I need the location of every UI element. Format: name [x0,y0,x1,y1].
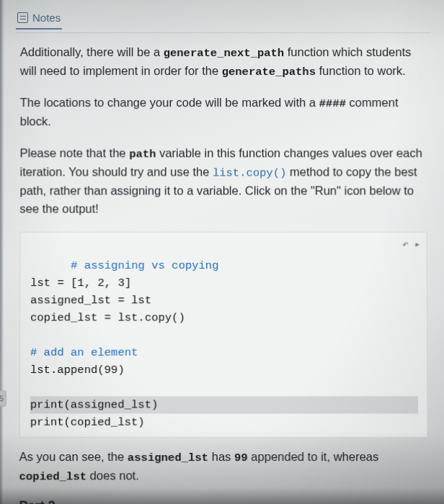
code-var-copied-lst: copied_lst [19,470,87,483]
code-line: lst = [1, 2, 3] [30,276,131,289]
notes-icon [17,12,28,23]
side-handle-label: 5 [0,394,4,402]
code-line-highlight: print(assigned_lst) [30,396,418,413]
code-fn-generate-next-path: generate_next_path [164,47,285,60]
heading-part-2: Part 2 [19,499,427,504]
tab-notes[interactable]: Notes [16,10,62,30]
paragraph-3: Please note that the path variable in th… [19,144,427,219]
tab-row: Notes [16,10,431,33]
code-line: print(copied_lst) [30,415,145,428]
code-var-path: path [129,148,156,161]
code-line: lst.append(99) [30,364,125,377]
code-block: ↶ ▸ # assigning vs copying lst = [1, 2, … [19,232,428,438]
content-body: Additionally, there will be a generate_n… [14,33,432,504]
code-comment: # assigning vs copying [71,259,218,272]
document-page: Notes Additionally, there will be a gene… [0,0,444,504]
code-fn-generate-paths: generate_paths [222,66,316,78]
code-marker-hash: #### [319,97,346,110]
run-icon[interactable]: ▸ [414,237,421,253]
paragraph-1: Additionally, there will be a generate_n… [20,43,427,81]
side-handle[interactable]: 5 [0,390,6,406]
paragraph-4: As you can see, the assigned_lst has 99 … [19,448,428,486]
code-var-assigned-lst: assigned_lst [128,451,208,464]
undo-icon[interactable]: ↶ [402,237,409,253]
code-comment: # add an element [30,346,138,359]
code-val-99: 99 [234,451,248,464]
code-method-list-copy: list.copy() [213,166,287,179]
paragraph-2: The locations to change your code will b… [20,94,427,131]
tab-label: Notes [32,12,61,24]
code-toolbar: ↶ ▸ [402,237,421,253]
page-left-edge [0,0,4,504]
code-line: copied_lst = lst.copy() [30,311,185,324]
code-line: assigned_lst = lst [30,294,151,307]
